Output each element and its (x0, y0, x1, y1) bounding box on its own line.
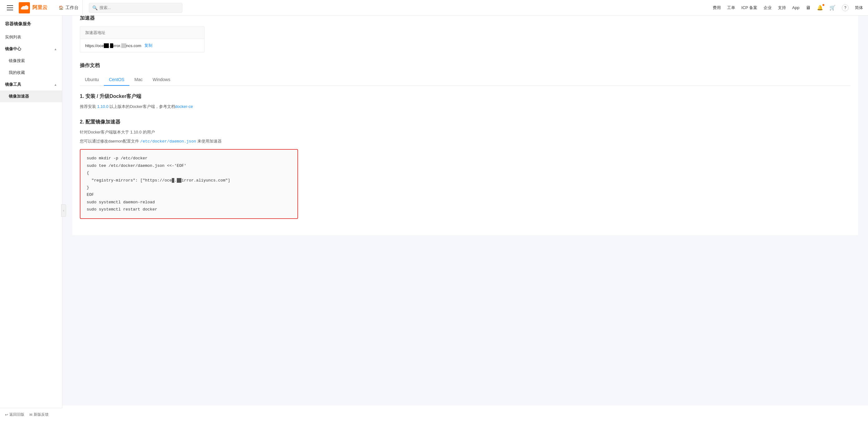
collapse-icon: ‹ (63, 209, 64, 212)
code-block: sudo mkdir -p /etc/docker sudo tee /etc/… (80, 149, 298, 219)
code-line-6: EOF (87, 191, 291, 198)
sidebar-section-label: 镜像中心 (5, 46, 21, 52)
search-input[interactable] (99, 5, 179, 10)
code-line-8: sudo systemctl restart docker (87, 206, 291, 213)
nav-right: 费用 工单 ICP 备案 企业 支持 App 🖥 🔔 🛒 ? 简体 (713, 4, 863, 11)
tab-centos[interactable]: CentOS (104, 74, 129, 86)
tab-windows[interactable]: Windows (148, 74, 175, 86)
step2-section: 2. 配置镜像加速器 针对Docker客户端版本大于 1.10.0 的用户 您可… (80, 119, 850, 219)
nav-fees[interactable]: 费用 (713, 5, 721, 10)
accelerator-url: https://oce■.■irror.■ncs.com (85, 43, 141, 48)
accelerator-value-row: https://oce■.■irror.■ncs.com 复制 (80, 39, 204, 52)
tab-mac[interactable]: Mac (129, 74, 148, 86)
code-line-3: { (87, 169, 291, 177)
workbench-btn[interactable]: 🏠 工作台 (55, 0, 83, 16)
os-tabs: Ubuntu CentOS Mac Windows (80, 74, 850, 86)
logo-text: 阿里云 (32, 4, 48, 11)
step2-desc2: 您可以通过修改daemon配置文件 /etc/docker/daemon.jso… (80, 138, 850, 145)
copy-button[interactable]: 复制 (144, 43, 152, 48)
sidebar-section-label: 镜像工具 (5, 82, 21, 87)
accelerator-section: 加速器 加速器地址 https://oce■.■irror.■ncs.com 复… (80, 15, 850, 52)
code-line-2: sudo tee /etc/docker/daemon.json <<-'EOF… (87, 162, 291, 169)
sidebar-item-label: 镜像加速器 (9, 94, 29, 99)
step1-desc-middle: 以上版本的Docker客户端，参考文档 (108, 104, 175, 109)
sidebar-collapse-button[interactable]: ‹ (61, 204, 66, 217)
step1-desc-prefix: 推荐安装 (80, 104, 97, 109)
sidebar-item-label: 镜像搜索 (9, 58, 25, 64)
sidebar-item-mirror-accelerator[interactable]: 镜像加速器 (0, 90, 62, 102)
step2-title: 2. 配置镜像加速器 (80, 119, 850, 125)
sidebar-item-instance-list[interactable]: 实例列表 (0, 31, 62, 43)
accelerator-title: 加速器 (80, 15, 850, 22)
accelerator-table-header: 加速器地址 (80, 27, 204, 39)
step2-desc2-suffix: 来使用加速器 (196, 139, 222, 144)
search-box[interactable]: 🔍 (89, 3, 182, 13)
docs-title: 操作文档 (80, 62, 850, 69)
step1-title: 1. 安装 / 升级Docker客户端 (80, 93, 850, 100)
search-icon: 🔍 (92, 5, 98, 10)
step1-desc: 推荐安装 1.10.0 以上版本的Docker客户端，参考文档docker-ce (80, 103, 850, 110)
step2-config-file: /etc/docker/daemon.json (140, 139, 196, 144)
step1-doc-link[interactable]: docker-ce (175, 104, 193, 109)
sidebar-section-mirror-center[interactable]: 镜像中心 ▲ (0, 43, 62, 55)
sidebar: 容器镜像服务 实例列表 镜像中心 ▲ 镜像搜索 我的收藏 镜像工具 ▲ 镜像加速… (0, 16, 62, 405)
accelerator-box: 加速器地址 https://oce■.■irror.■ncs.com 复制 (80, 27, 205, 52)
code-line-5: } (87, 184, 291, 191)
workbench-label: 工作台 (65, 5, 79, 10)
nav-display-icon[interactable]: 🖥 (806, 5, 811, 10)
step2-desc1: 针对Docker客户端版本大于 1.10.0 的用户 (80, 129, 850, 136)
sidebar-item-my-favorites[interactable]: 我的收藏 (0, 67, 62, 79)
chevron-up-icon-2: ▲ (54, 83, 57, 86)
menu-button[interactable] (5, 3, 15, 13)
nav-notification-icon[interactable]: 🔔 (817, 5, 823, 10)
content-card: 加速器 加速器地址 https://oce■.■irror.■ncs.com 复… (72, 7, 858, 235)
code-line-4: "registry-mirrors": ["https://oce■.■■irr… (87, 177, 291, 184)
step1-version: 1.10.0 (97, 104, 108, 109)
nav-icp[interactable]: ICP 备案 (741, 5, 757, 10)
code-line-1: sudo mkdir -p /etc/docker (87, 155, 291, 162)
chevron-up-icon: ▲ (54, 48, 57, 51)
sidebar-section-mirror-tools[interactable]: 镜像工具 ▲ (0, 79, 62, 90)
docs-section: 操作文档 Ubuntu CentOS Mac Windows 1. 安装 / 升… (80, 62, 850, 219)
nav-ticket[interactable]: 工单 (727, 5, 735, 10)
nav-cart-icon[interactable]: 🛒 (829, 5, 836, 10)
sidebar-title: 容器镜像服务 (0, 16, 62, 31)
aliyun-logo-icon (19, 2, 30, 13)
nav-help-icon[interactable]: ? (842, 4, 849, 11)
nav-support[interactable]: 支持 (778, 5, 786, 10)
top-nav: 阿里云 🏠 工作台 🔍 费用 工单 ICP 备案 企业 支持 App 🖥 🔔 🛒… (0, 0, 868, 16)
nav-lang[interactable]: 简体 (855, 5, 863, 10)
nav-enterprise[interactable]: 企业 (764, 5, 772, 10)
step1-section: 1. 安装 / 升级Docker客户端 推荐安装 1.10.0 以上版本的Doc… (80, 93, 850, 110)
main-content: 加速器 加速器地址 https://oce■.■irror.■ncs.com 复… (62, 0, 868, 405)
step2-desc2-prefix: 您可以通过修改daemon配置文件 (80, 139, 140, 144)
sidebar-item-label: 实例列表 (5, 34, 21, 40)
code-line-7: sudo systemctl daemon-reload (87, 199, 291, 206)
nav-logo: 阿里云 (19, 2, 48, 13)
sidebar-item-mirror-search[interactable]: 镜像搜索 (0, 55, 62, 67)
nav-app[interactable]: App (792, 5, 799, 10)
tab-ubuntu[interactable]: Ubuntu (80, 74, 104, 86)
sidebar-item-label: 我的收藏 (9, 70, 25, 76)
